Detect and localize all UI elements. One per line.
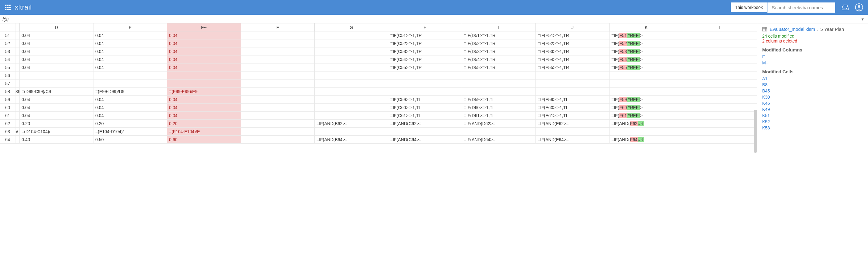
cell[interactable]: =IF(C59>=-1,TI <box>389 96 462 103</box>
cell[interactable] <box>241 128 315 135</box>
cell[interactable]: =IF(D53>=-1,TR <box>462 47 536 55</box>
cell[interactable]: 0.20 <box>167 120 241 127</box>
cell[interactable] <box>16 31 20 39</box>
cell[interactable]: =IF(D61>=-1,TI <box>462 111 536 119</box>
cell[interactable] <box>16 56 20 63</box>
cell[interactable] <box>93 79 167 87</box>
cell[interactable] <box>683 31 757 39</box>
modified-cell-link[interactable]: A1 <box>762 76 863 81</box>
cell[interactable]: 0.04 <box>167 103 241 111</box>
row-header[interactable]: 57 <box>0 79 16 87</box>
cell[interactable]: =IF(AND(C64>= <box>389 136 462 143</box>
cell[interactable]: 0.04 <box>167 47 241 55</box>
modified-cell-link[interactable]: K30 <box>762 95 863 100</box>
cell[interactable]: 0.04 <box>20 63 93 71</box>
cell[interactable] <box>683 88 757 95</box>
modified-cell-link[interactable]: K52 <box>762 119 863 124</box>
cell[interactable] <box>315 88 389 95</box>
cell[interactable] <box>241 120 315 127</box>
column-header[interactable]: F <box>241 24 315 31</box>
cell[interactable]: =IF(E51>=-1,TR <box>536 31 610 39</box>
cell[interactable]: =IF(F59#REF!> <box>610 96 683 103</box>
cell[interactable]: =IF(C60>=-1,TI <box>389 103 462 111</box>
cell[interactable]: 0.20 <box>93 120 167 127</box>
cell[interactable] <box>462 88 536 95</box>
cell[interactable] <box>16 63 20 71</box>
cell[interactable] <box>16 103 20 111</box>
cell[interactable]: 0.04 <box>167 31 241 39</box>
cell[interactable] <box>241 111 315 119</box>
cell[interactable]: =IF(AND(D62>= <box>462 120 536 127</box>
column-header[interactable]: K <box>610 24 683 31</box>
inbox-icon[interactable] <box>841 4 849 10</box>
cell[interactable] <box>241 103 315 111</box>
cell[interactable]: =IF(C51>=-1,TR <box>389 31 462 39</box>
cell[interactable]: =IF(E59>=-1,TI <box>536 96 610 103</box>
cell[interactable] <box>16 96 20 103</box>
row-header[interactable]: 64 <box>0 136 16 143</box>
grid-body[interactable]: 510.040.040.04=IF(C51>=-1,TR=IF(D51>=-1,… <box>0 31 757 257</box>
cell[interactable] <box>683 47 757 55</box>
cell[interactable] <box>315 39 389 47</box>
row-header[interactable]: 60 <box>0 103 16 111</box>
cell[interactable]: =IF(F55#REF!> <box>610 63 683 71</box>
cell[interactable] <box>16 111 20 119</box>
cell[interactable]: =IF(F61#REF!> <box>610 111 683 119</box>
vertical-scrollbar[interactable] <box>754 110 757 153</box>
column-header[interactable]: E <box>93 24 167 31</box>
cell[interactable]: =IF(AND(E62>= <box>536 120 610 127</box>
cell[interactable]: 0.04 <box>93 63 167 71</box>
cell[interactable] <box>16 47 20 55</box>
cell[interactable]: =IF(F52#REF!> <box>610 39 683 47</box>
cell[interactable]: 0.04 <box>167 96 241 103</box>
cell[interactable]: =(E104-D104)/ <box>93 128 167 135</box>
fx-dropdown-icon[interactable]: ▾ <box>859 17 866 22</box>
cell[interactable]: =IF(D54>=-1,TR <box>462 56 536 63</box>
row-header[interactable]: 63 <box>0 128 16 135</box>
cell[interactable] <box>683 96 757 103</box>
cell[interactable] <box>20 71 93 79</box>
cell[interactable] <box>683 56 757 63</box>
cell[interactable]: =IF(F60#REF!> <box>610 103 683 111</box>
cell[interactable] <box>536 128 610 135</box>
cell[interactable]: =IF(AND(B64>= <box>315 136 389 143</box>
cell[interactable]: 39 <box>16 88 20 95</box>
cell[interactable] <box>683 63 757 71</box>
cell[interactable]: 0.04 <box>167 56 241 63</box>
cell[interactable] <box>16 120 20 127</box>
cell[interactable]: 0.04 <box>167 39 241 47</box>
cell[interactable] <box>167 79 241 87</box>
cell[interactable] <box>683 111 757 119</box>
cell[interactable] <box>16 71 20 79</box>
cell[interactable] <box>536 88 610 95</box>
cell[interactable] <box>315 31 389 39</box>
cell[interactable] <box>683 79 757 87</box>
cell[interactable]: =IF(C52>=-1,TR <box>389 39 462 47</box>
cell[interactable]: 0.04 <box>93 96 167 103</box>
cell[interactable]: =IF(C61>=-1,TI <box>389 111 462 119</box>
cell[interactable]: =IF(E53>=-1,TR <box>536 47 610 55</box>
cell[interactable]: =IF(AND(F64#R <box>610 136 683 143</box>
cell[interactable] <box>683 71 757 79</box>
modified-cell-link[interactable]: B45 <box>762 89 863 93</box>
cell[interactable] <box>315 79 389 87</box>
row-header[interactable]: 59 <box>0 96 16 103</box>
cell[interactable] <box>241 56 315 63</box>
cell[interactable] <box>241 47 315 55</box>
cell[interactable] <box>610 88 683 95</box>
cell[interactable]: 0.04 <box>20 31 93 39</box>
cell[interactable] <box>16 39 20 47</box>
cell[interactable] <box>610 79 683 87</box>
breadcrumb-file-link[interactable]: Evaluator_model.xlsm <box>770 27 815 32</box>
cell[interactable]: =IF(F54#REF!> <box>610 56 683 63</box>
cell[interactable] <box>389 128 462 135</box>
cell[interactable]: =IF(D51>=-1,TR <box>462 31 536 39</box>
row-header[interactable]: 53 <box>0 47 16 55</box>
cell[interactable] <box>241 71 315 79</box>
cell[interactable]: =IF(D55>=-1,TR <box>462 63 536 71</box>
cell[interactable]: =(D104-C104)/ <box>20 128 93 135</box>
cell[interactable]: 0.60 <box>167 136 241 143</box>
cell[interactable] <box>241 39 315 47</box>
cell[interactable] <box>241 136 315 143</box>
cell[interactable]: 0.50 <box>93 136 167 143</box>
